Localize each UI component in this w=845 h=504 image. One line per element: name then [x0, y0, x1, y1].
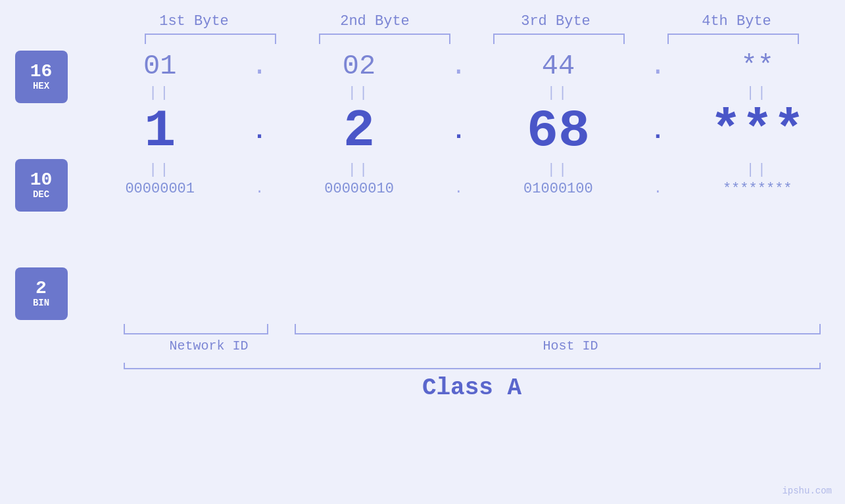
hex-v3-cell: 44: [486, 51, 631, 82]
bracket-top-4: [667, 34, 799, 44]
bottom-section: Network ID Host ID: [124, 324, 821, 354]
hex-dot2: .: [445, 51, 471, 82]
byte2-label: 2nd Byte: [302, 13, 447, 30]
hex-v2-cell: 02: [287, 51, 431, 82]
dec-dot1: .: [247, 118, 273, 145]
hex-dot1: .: [247, 51, 273, 82]
byte1-label: 1st Byte: [122, 13, 266, 30]
bin-v3-cell: 01000100: [486, 181, 631, 197]
dec-dot3: .: [644, 118, 671, 145]
bin-v1: 00000001: [125, 181, 195, 197]
dec-v3-cell: 68: [486, 105, 631, 158]
network-id-label: Network ID: [124, 338, 295, 354]
dec-v4: ***: [710, 101, 805, 161]
hex-row: 01 . 02 . 44 . **: [81, 51, 837, 82]
eq1-v4: ||: [685, 85, 830, 101]
main-content: 16 HEX 10 DEC 2 BIN 01 .: [9, 51, 837, 320]
hex-badge-label: HEX: [33, 81, 49, 92]
footer-text: ipshu.com: [782, 486, 832, 496]
dec-badge: 10 DEC: [15, 159, 68, 212]
eq1-v1: ||: [87, 85, 232, 101]
dec-v1: 1: [144, 101, 176, 161]
bin-badge-label: BIN: [33, 298, 49, 309]
eq1-v3: ||: [486, 85, 631, 101]
bin-v3: 01000100: [523, 181, 593, 197]
bracket-top-3: [493, 34, 625, 44]
dec-badge-label: DEC: [33, 189, 49, 200]
byte4-label: 4th Byte: [664, 13, 809, 30]
bin-v2-cell: 00000010: [287, 181, 431, 197]
class-label: Class A: [124, 375, 821, 401]
class-bracket: [124, 363, 821, 369]
bin-dot1: .: [247, 181, 273, 197]
bin-v4: ********: [723, 181, 792, 197]
rows-area: 01 . 02 . 44 . **: [81, 51, 837, 197]
equals-row-2: || || || ||: [81, 162, 837, 178]
bin-v4-cell: ********: [685, 181, 830, 197]
bin-badge: 2 BIN: [15, 267, 68, 320]
hex-badge-number: 16: [30, 62, 53, 81]
dec-v1-cell: 1: [87, 105, 232, 158]
byte3-label: 3rd Byte: [483, 13, 628, 30]
eq2-v1: ||: [87, 162, 232, 178]
hex-v4: **: [741, 51, 774, 82]
top-brackets: [124, 34, 821, 44]
dec-v2-cell: 2: [287, 105, 431, 158]
hex-v2: 02: [343, 51, 375, 82]
dec-v3: 68: [527, 101, 590, 161]
bin-dot2: .: [445, 181, 471, 197]
bracket-spacer1: [268, 324, 295, 334]
bracket-top-1: [145, 34, 276, 44]
bottom-brackets: [124, 324, 821, 334]
dec-row: 1 . 2 . 68 . ***: [81, 105, 837, 158]
id-labels: Network ID Host ID: [124, 338, 821, 354]
bin-dot3: .: [644, 181, 671, 197]
byte-headers: 1st Byte 2nd Byte 3rd Byte 4th Byte: [104, 13, 827, 30]
hex-badge: 16 HEX: [15, 51, 68, 103]
bin-v2: 00000010: [324, 181, 394, 197]
hex-v4-cell: **: [685, 51, 830, 82]
dec-dot2: .: [445, 118, 471, 145]
eq2-v3: ||: [486, 162, 631, 178]
eq2-v2: ||: [287, 162, 431, 178]
main-container: 1st Byte 2nd Byte 3rd Byte 4th Byte 16 H…: [0, 0, 845, 504]
bin-row: 00000001 . 00000010 . 01000100 .: [81, 181, 837, 197]
bracket-host: [295, 324, 821, 334]
bin-v1-cell: 00000001: [87, 181, 232, 197]
hex-v1-cell: 01: [87, 51, 232, 82]
hex-dot3: .: [644, 51, 671, 82]
eq1-v2: ||: [287, 85, 431, 101]
footer: ipshu.com: [782, 486, 832, 496]
hex-v1: 01: [143, 51, 176, 82]
host-id-label: Host ID: [321, 338, 821, 354]
bracket-network: [124, 324, 268, 334]
class-section: Class A: [124, 363, 821, 401]
eq2-v4: ||: [685, 162, 830, 178]
bin-badge-number: 2: [36, 279, 47, 298]
hex-v3: 44: [542, 51, 575, 82]
bracket-top-2: [319, 34, 450, 44]
badges-column: 16 HEX 10 DEC 2 BIN: [15, 51, 68, 320]
equals-row-1: || || || ||: [81, 85, 837, 101]
dec-badge-number: 10: [30, 171, 53, 189]
dec-v4-cell: ***: [685, 105, 830, 158]
dec-v2: 2: [343, 101, 375, 161]
